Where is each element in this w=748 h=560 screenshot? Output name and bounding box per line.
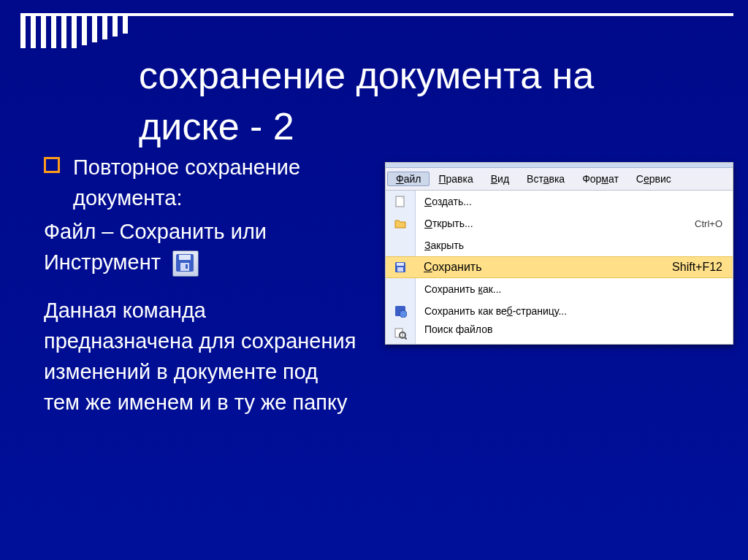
slide-title: сохранение документа на диске - 2	[139, 50, 594, 152]
floppy-svg	[175, 253, 195, 273]
menu-screenshot: Файл Правка Вид Вставка Формат Сервис Со…	[385, 162, 733, 345]
menu-insert[interactable]: Вставка	[518, 172, 573, 186]
menu-format[interactable]: Формат	[573, 172, 627, 186]
line-tool: Инструмент	[44, 247, 358, 277]
menu-view[interactable]: Вид	[482, 172, 518, 186]
dropdown-items: Создать... Открыть... Ctrl+O Закрыть	[416, 191, 733, 256]
menu-service[interactable]: Сервис	[627, 172, 680, 186]
menu-item-save-as[interactable]: Сохранить как...	[416, 278, 733, 300]
menu-item-save-as-web[interactable]: Сохранить как веб-страницу...	[416, 300, 733, 322]
save-icon-cell	[386, 257, 415, 277]
menu-file-rest: айл	[404, 173, 421, 185]
close-icon-cell	[386, 234, 415, 256]
svg-rect-1	[179, 255, 191, 260]
open-shortcut: Ctrl+O	[695, 218, 722, 229]
svg-rect-3	[186, 264, 188, 269]
slide: сохранение документа на диске - 2 Повтор…	[0, 0, 748, 560]
rule-bars	[20, 16, 733, 48]
toolstrip	[386, 163, 733, 168]
bullet-square-icon	[44, 157, 60, 173]
menu-edit[interactable]: Правка	[430, 172, 481, 186]
create-rest: оздать...	[432, 196, 472, 207]
rule-line	[20, 13, 733, 16]
findfiles-icon	[386, 322, 415, 344]
dropdown-lower: Сохранить как... Сохранить как веб-стран…	[386, 278, 733, 344]
menu-item-find-files[interactable]: Поиск файлов	[416, 322, 733, 337]
menu-item-create[interactable]: Создать...	[416, 191, 733, 212]
open-folder-icon	[386, 212, 415, 234]
line-file-save: Файл – Сохранить или	[44, 216, 358, 247]
title-line2: диске - 2	[139, 101, 594, 152]
paragraph: Данная команда предназначена для сохране…	[44, 295, 358, 418]
save-floppy-icon	[172, 250, 199, 277]
new-doc-icon	[386, 191, 415, 212]
line-tool-text: Инструмент	[44, 250, 161, 274]
menu-item-save-selected[interactable]: Сохранить Shift+F12	[386, 256, 733, 278]
bullet-1: Повторное сохранение документа:	[44, 152, 358, 213]
dropdown: Создать... Открыть... Ctrl+O Закрыть	[386, 191, 733, 256]
title-line1: сохранение документа на	[139, 50, 594, 101]
svg-rect-6	[397, 263, 404, 266]
dropdown-icon-column-2	[386, 278, 416, 344]
saveweb-icon	[386, 300, 415, 322]
menu-item-open[interactable]: Открыть... Ctrl+O	[416, 212, 733, 234]
save-floppy-small-icon	[394, 261, 407, 274]
top-rule	[20, 16, 733, 48]
dropdown-icon-column	[386, 191, 416, 256]
svg-line-12	[405, 337, 407, 340]
bullet-1-text: Повторное сохранение документа:	[73, 156, 300, 210]
body-text: Повторное сохранение документа: Файл – С…	[44, 152, 358, 418]
find-files-label: Поиск файлов	[424, 323, 492, 335]
svg-point-9	[400, 310, 407, 318]
svg-rect-7	[397, 267, 403, 272]
svg-rect-2	[180, 263, 189, 271]
save-shortcut: Shift+F12	[672, 261, 722, 274]
menubar: Файл Правка Вид Вставка Формат Сервис	[386, 168, 733, 191]
saveas-icon-cell	[386, 278, 415, 300]
menu-file[interactable]: Файл	[387, 172, 430, 186]
menu-item-close[interactable]: Закрыть	[416, 234, 733, 256]
